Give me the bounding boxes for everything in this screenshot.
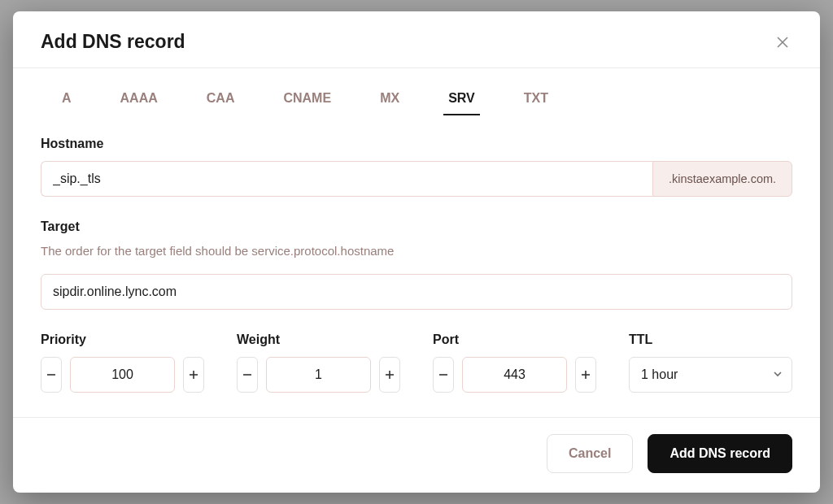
priority-input[interactable] [70, 357, 175, 393]
minus-icon [242, 369, 253, 380]
hostname-input[interactable] [41, 161, 652, 197]
close-icon [776, 36, 789, 49]
target-input[interactable] [41, 274, 792, 310]
modal-body: Hostname .kinstaexample.com. Target The … [13, 137, 820, 417]
submit-button[interactable]: Add DNS record [648, 434, 792, 473]
tab-aaaa[interactable]: AAAA [119, 85, 159, 115]
port-input[interactable] [462, 357, 567, 393]
hostname-label: Hostname [41, 137, 792, 151]
modal-footer: Cancel Add DNS record [13, 417, 820, 493]
add-dns-record-modal: Add DNS record A AAAA CAA CNAME MX SRV T… [13, 11, 820, 493]
weight-field: Weight [237, 332, 400, 393]
modal-header: Add DNS record [13, 11, 820, 67]
ttl-label: TTL [629, 332, 792, 347]
weight-stepper [237, 357, 400, 393]
modal-title: Add DNS record [41, 31, 185, 53]
weight-decrement-button[interactable] [237, 357, 258, 393]
plus-icon [188, 369, 199, 380]
weight-label: Weight [237, 332, 400, 347]
target-help-text: The order for the target field should be… [41, 244, 792, 258]
hostname-field: .kinstaexample.com. [41, 161, 792, 197]
close-button[interactable] [773, 33, 792, 52]
ttl-field: TTL 1 hour [629, 332, 792, 393]
modal-backdrop: Add DNS record A AAAA CAA CNAME MX SRV T… [0, 0, 833, 504]
priority-increment-button[interactable] [183, 357, 204, 393]
priority-label: Priority [41, 332, 204, 347]
tab-caa[interactable]: CAA [205, 85, 237, 115]
header-divider [13, 67, 820, 68]
port-decrement-button[interactable] [433, 357, 454, 393]
port-increment-button[interactable] [575, 357, 596, 393]
tab-cname[interactable]: CNAME [281, 85, 333, 115]
port-field: Port [433, 332, 596, 393]
tab-mx[interactable]: MX [378, 85, 401, 115]
minus-icon [46, 369, 57, 380]
plus-icon [384, 369, 395, 380]
ttl-select-wrap: 1 hour [629, 357, 792, 393]
plus-icon [580, 369, 591, 380]
port-label: Port [433, 332, 596, 347]
hostname-domain-suffix: .kinstaexample.com. [652, 161, 792, 197]
priority-stepper [41, 357, 204, 393]
priority-field: Priority [41, 332, 204, 393]
tab-a[interactable]: A [60, 85, 73, 115]
ttl-select[interactable]: 1 hour [629, 357, 792, 393]
priority-decrement-button[interactable] [41, 357, 62, 393]
cancel-button[interactable]: Cancel [547, 434, 633, 473]
weight-increment-button[interactable] [379, 357, 400, 393]
port-stepper [433, 357, 596, 393]
tab-txt[interactable]: TXT [522, 85, 550, 115]
numeric-fields-row: Priority Weight [41, 332, 792, 393]
target-label: Target [41, 219, 792, 234]
record-type-tabs: A AAAA CAA CNAME MX SRV TXT [13, 85, 820, 115]
tab-srv[interactable]: SRV [447, 85, 477, 115]
minus-icon [438, 369, 449, 380]
weight-input[interactable] [266, 357, 371, 393]
